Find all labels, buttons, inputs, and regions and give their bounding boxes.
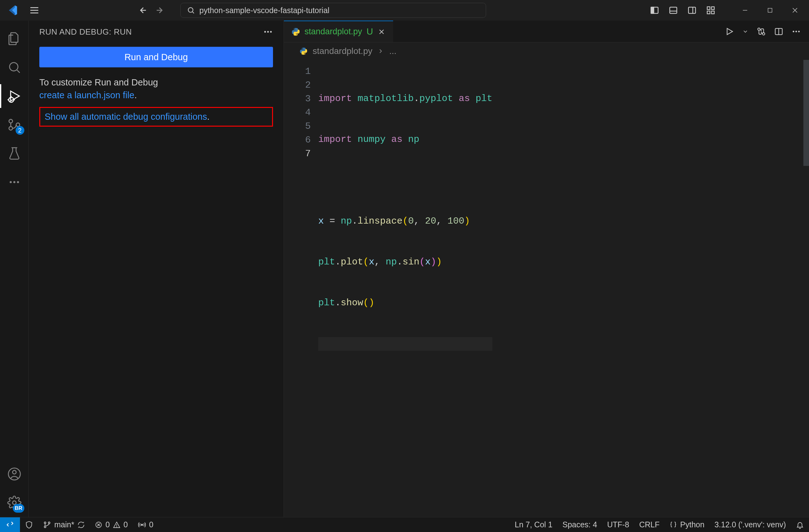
svg-rect-14 <box>712 7 715 10</box>
window-minimize-button[interactable] <box>734 2 756 18</box>
show-all-configs-link[interactable]: Show all automatic debug configurations <box>45 112 207 122</box>
status-trust[interactable] <box>20 517 38 532</box>
svg-point-52 <box>44 526 46 527</box>
close-icon <box>378 28 385 36</box>
status-notifications[interactable] <box>791 517 809 532</box>
ellipsis-icon <box>263 27 273 37</box>
status-indentation[interactable]: Spaces: 4 <box>557 517 602 532</box>
activity-source-control[interactable]: 2 <box>0 110 29 139</box>
line-number: 5 <box>284 120 311 134</box>
titlebar-right-controls <box>647 2 806 18</box>
chevron-down-icon <box>742 29 748 35</box>
svg-rect-18 <box>768 8 772 13</box>
editor-tab-active[interactable]: standardplot.py U <box>284 21 393 42</box>
status-problems[interactable]: 0 0 <box>90 517 133 532</box>
toggle-primary-sidebar-button[interactable] <box>647 2 662 18</box>
command-center-search[interactable]: python-sample-vscode-fastapi-tutorial <box>180 3 486 18</box>
svg-point-28 <box>9 120 13 123</box>
run-debug-sidebar: RUN AND DEBUG: RUN Run and Debug .big-bu… <box>29 21 284 517</box>
breadcrumb-more: ... <box>389 46 396 56</box>
error-icon <box>95 521 102 529</box>
status-ports[interactable]: 0 <box>133 517 158 532</box>
activity-testing[interactable] <box>0 139 29 168</box>
status-cursor-position[interactable]: Ln 7, Col 1 <box>510 517 557 532</box>
compare-changes-button[interactable] <box>757 27 766 36</box>
status-encoding[interactable]: UTF-8 <box>602 517 634 532</box>
code-line <box>318 174 492 188</box>
status-python-interpreter[interactable]: 3.12.0 ('.venv': venv) <box>709 517 791 532</box>
remote-indicator[interactable] <box>0 517 20 532</box>
settings-badge: BR <box>13 504 24 513</box>
toggle-secondary-sidebar-button[interactable] <box>684 2 700 18</box>
app-menu-button[interactable] <box>25 5 44 16</box>
create-launch-json-link[interactable]: create a launch.json file <box>39 90 135 100</box>
scm-badge: 2 <box>16 126 24 135</box>
search-icon <box>7 60 21 74</box>
status-branch[interactable]: main* <box>38 517 90 532</box>
broadcast-icon <box>138 521 146 529</box>
svg-line-6 <box>192 12 194 13</box>
customize-text: To customize Run and Debug <box>39 77 158 87</box>
status-bar: main* 0 0 0 Ln 7, Col 1 Spaces: 4 UTF-8 … <box>0 517 809 532</box>
editor-body[interactable]: 1 2 3 4 5 6 7 import matplotlib.pyplot a… <box>284 60 809 517</box>
activity-explorer[interactable] <box>0 24 29 53</box>
errors-count: 0 <box>105 520 110 529</box>
scrollbar-thumb[interactable] <box>803 60 809 166</box>
svg-point-40 <box>270 31 272 32</box>
scrollbar[interactable] <box>803 60 809 517</box>
tab-close-button[interactable] <box>378 28 385 36</box>
breadcrumb[interactable]: standardplot.py ... <box>284 42 809 60</box>
svg-point-44 <box>758 28 760 30</box>
warning-icon <box>113 521 120 529</box>
svg-marker-43 <box>727 29 733 35</box>
shield-icon <box>25 521 33 529</box>
svg-point-29 <box>9 127 13 130</box>
play-icon <box>725 27 734 36</box>
nav-forward-button[interactable] <box>153 2 169 18</box>
sidebar-title: RUN AND DEBUG: RUN <box>39 27 132 37</box>
braces-icon <box>670 521 677 529</box>
line-number: 1 <box>284 65 311 78</box>
git-compare-icon <box>757 27 766 36</box>
nav-back-button[interactable] <box>134 2 150 18</box>
window-close-button[interactable] <box>784 2 806 18</box>
activity-search[interactable] <box>0 53 29 82</box>
activity-bar: 2 BR <box>0 21 29 517</box>
run-and-debug-button[interactable]: Run and Debug <box>39 47 273 67</box>
svg-point-32 <box>10 181 12 183</box>
status-language-mode[interactable]: Python <box>665 517 709 532</box>
code-line: import numpy as np <box>318 133 492 146</box>
editor-tabbar: standardplot.py U <box>284 21 809 42</box>
code-line-active <box>318 337 492 351</box>
customize-layout-button[interactable] <box>703 2 719 18</box>
run-file-dropdown[interactable] <box>742 29 748 35</box>
split-editor-button[interactable] <box>774 27 784 36</box>
sidebar-more-button[interactable] <box>263 27 273 37</box>
activity-settings[interactable]: BR <box>0 488 29 517</box>
svg-point-34 <box>17 181 19 183</box>
svg-point-53 <box>48 522 50 523</box>
svg-rect-16 <box>712 11 715 14</box>
activity-run-debug[interactable] <box>0 82 29 110</box>
editor-more-button[interactable] <box>792 27 801 36</box>
activity-more[interactable] <box>0 168 29 196</box>
svg-rect-8 <box>651 7 654 13</box>
svg-point-39 <box>267 31 269 32</box>
run-file-button[interactable] <box>725 27 734 36</box>
editor-group: standardplot.py U <box>284 21 809 517</box>
line-number: 4 <box>284 106 311 120</box>
svg-point-38 <box>264 31 266 32</box>
toggle-panel-button[interactable] <box>666 2 681 18</box>
svg-point-59 <box>141 524 142 525</box>
code-content[interactable]: import matplotlib.pyplot as plt import n… <box>318 60 492 517</box>
activity-accounts[interactable] <box>0 460 29 488</box>
warnings-count: 0 <box>123 520 128 529</box>
bell-icon <box>796 521 804 529</box>
branch-name: main* <box>54 520 74 529</box>
status-eol[interactable]: CRLF <box>634 517 665 532</box>
svg-point-51 <box>44 522 46 523</box>
remote-icon <box>6 520 14 529</box>
ellipsis-icon <box>792 27 801 36</box>
window-maximize-button[interactable] <box>759 2 781 18</box>
svg-point-45 <box>762 32 765 35</box>
